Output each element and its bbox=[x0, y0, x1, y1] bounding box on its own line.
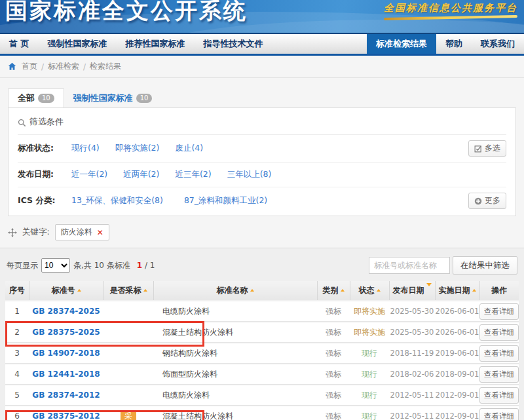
cell-seq: 6 bbox=[5, 406, 29, 420]
page-indicator: 1 / 1 bbox=[137, 261, 155, 270]
filter-in-results-button[interactable]: 在结果中筛选 bbox=[453, 256, 517, 275]
view-detail-button[interactable]: 查看详细 bbox=[479, 387, 519, 404]
tab-mandatory-standards[interactable]: 强制性国家标准 10 bbox=[64, 88, 162, 107]
standard-name: 混凝土结构防火涂料 bbox=[153, 406, 317, 420]
multi-select-button[interactable]: 多选 bbox=[468, 140, 506, 157]
col-header-category[interactable]: 类别 bbox=[317, 281, 350, 301]
breadcrumb-home[interactable]: 首页 bbox=[22, 61, 37, 72]
table-row: 2 GB 28375-2025 混凝土结构防火涂料 强标 即将实施 2025-0… bbox=[5, 322, 519, 343]
main-nav: 首 页 强制性国家标准 推荐性国家标准 指导性技术文件 标准检索结果 帮助 联系… bbox=[0, 33, 524, 56]
implement-date: 2019-06-01 bbox=[435, 343, 479, 364]
publish-date: 2012-05-11 bbox=[389, 406, 435, 420]
publish-date: 2018-02-06 bbox=[389, 364, 435, 385]
keyword-label: 关键字: bbox=[22, 227, 50, 238]
result-search-input[interactable] bbox=[369, 257, 450, 274]
standard-name: 饰面型防火涂料 bbox=[153, 364, 317, 385]
tab-mandatory-count-badge: 10 bbox=[136, 94, 153, 103]
results-section: 每页显示 10 条,共 10 条标准 1 / 1 在结果中筛选 序号 标准号 是… bbox=[0, 248, 524, 420]
platform-logo: 全国标准信息公共服务平台 bbox=[384, 2, 517, 19]
cell-adopted bbox=[103, 364, 153, 385]
view-detail-button[interactable]: 查看详细 bbox=[479, 324, 519, 341]
implement-date: 2012-09-01 bbox=[435, 385, 479, 406]
col-header-status[interactable]: 状态 bbox=[350, 281, 389, 301]
result-count-text: 条,共 10 条标准 bbox=[73, 260, 130, 271]
cell-actions: 查看详细 bbox=[479, 343, 519, 364]
col-header-impl-date[interactable]: 实施日期 bbox=[435, 281, 479, 301]
view-detail-button[interactable]: 查看详细 bbox=[479, 303, 519, 320]
cell-category: 强标 bbox=[317, 364, 350, 385]
view-detail-button[interactable]: 查看详细 bbox=[479, 345, 519, 362]
nav-item-home[interactable]: 首 页 bbox=[0, 34, 39, 54]
multi-select-label: 多选 bbox=[485, 143, 500, 154]
nav-item-recommended-standards[interactable]: 推荐性国家标准 bbox=[117, 34, 195, 54]
view-detail-button[interactable]: 查看详细 bbox=[479, 366, 519, 383]
filter-option-ics-87[interactable]: 87_涂料和颜料工业(2) bbox=[184, 195, 267, 206]
filter-row-status: 标准状态: 现行(4) 即将实施(2) 废止(4) 多选 bbox=[18, 135, 506, 162]
cell-category: 强标 bbox=[317, 406, 350, 420]
filter-row-ics: ICS 分类: 13_环保、保健和安全(8) 87_涂料和颜料工业(2) 更多 bbox=[18, 187, 506, 214]
nav-spacer bbox=[272, 34, 367, 54]
cell-actions: 查看详细 bbox=[479, 301, 519, 322]
filter-label-publish-date: 发布日期: bbox=[18, 169, 71, 180]
more-label: 更多 bbox=[485, 195, 500, 206]
col-header-pub-date[interactable]: 发布日期 bbox=[389, 281, 435, 301]
cell-actions: 查看详细 bbox=[479, 406, 519, 420]
filter-option-last-year[interactable]: 近一年(2) bbox=[71, 169, 107, 180]
header-banner: 国家标准全文公开系统 全国标准信息公共服务平台 bbox=[0, 0, 524, 33]
nav-item-search-results[interactable]: 标准检索结果 bbox=[367, 34, 436, 54]
standard-name: 电缆防火涂料 bbox=[153, 301, 317, 322]
nav-item-guiding-documents[interactable]: 指导性技术文件 bbox=[195, 34, 272, 54]
breadcrumb: 首页 / 标准检索 / 检索结果 bbox=[0, 56, 524, 78]
implement-date: 2018-09-01 bbox=[435, 364, 479, 385]
cell-adopted bbox=[103, 343, 153, 364]
sort-asc-icon bbox=[143, 287, 147, 292]
platform-name: 全国标准信息公共服务平台 bbox=[384, 2, 517, 14]
nav-item-contact-us[interactable]: 联系我们 bbox=[472, 34, 524, 54]
filter-option-abolished[interactable]: 废止(4) bbox=[175, 143, 203, 154]
tab-all[interactable]: 全部 10 bbox=[8, 88, 64, 107]
col-header-seq: 序号 bbox=[5, 281, 29, 301]
standard-code-link[interactable]: GB 12441-2018 bbox=[29, 364, 103, 385]
standard-code-link[interactable]: GB 28374-2012 bbox=[29, 385, 103, 406]
filter-option-last-2-years[interactable]: 近两年(2) bbox=[123, 169, 159, 180]
plus-circle-icon bbox=[474, 197, 482, 206]
view-detail-button[interactable]: 查看详细 bbox=[479, 408, 519, 420]
breadcrumb-standard-search[interactable]: 标准检索 bbox=[48, 61, 79, 72]
implement-date: 2012-09-01 bbox=[435, 406, 479, 420]
keyword-remove-icon[interactable]: ✕ bbox=[97, 228, 103, 237]
col-header-actions: 操作 bbox=[479, 281, 519, 301]
nav-item-help[interactable]: 帮助 bbox=[436, 34, 472, 54]
sort-desc-active-icon bbox=[426, 286, 432, 296]
standard-code-link[interactable]: GB 28375-2025 bbox=[29, 322, 103, 343]
cell-seq: 5 bbox=[5, 385, 29, 406]
filter-option-upcoming[interactable]: 即将实施(2) bbox=[115, 143, 160, 154]
cell-category: 强标 bbox=[317, 343, 350, 364]
more-button[interactable]: 更多 bbox=[468, 193, 506, 209]
adopted-badge: 采 bbox=[121, 410, 136, 420]
platform-underline-decoration bbox=[384, 15, 517, 20]
cell-adopted bbox=[103, 322, 153, 343]
col-header-adopted[interactable]: 是否采标 bbox=[103, 281, 153, 301]
filter-option-active[interactable]: 现行(4) bbox=[71, 143, 100, 154]
filter-label-ics: ICS 分类: bbox=[18, 195, 71, 206]
keyword-row: 关键字: 防火涂料 ✕ bbox=[8, 224, 516, 240]
per-page-select[interactable]: 10 bbox=[41, 258, 70, 273]
page-separator: / bbox=[145, 261, 147, 270]
nav-item-mandatory-standards[interactable]: 强制性国家标准 bbox=[39, 34, 117, 54]
col-header-code[interactable]: 标准号 bbox=[29, 281, 103, 301]
breadcrumb-search-results: 检索结果 bbox=[90, 61, 121, 72]
filter-option-last-3-years[interactable]: 近三年(2) bbox=[175, 169, 211, 180]
table-row: 3 GB 14907-2018 钢结构防火涂料 强标 现行 2018-11-19… bbox=[5, 343, 519, 364]
publish-date: 2012-05-11 bbox=[389, 385, 435, 406]
cell-actions: 查看详细 bbox=[479, 364, 519, 385]
status-text: 现行 bbox=[350, 406, 389, 420]
standard-code-link[interactable]: GB 14907-2018 bbox=[29, 343, 103, 364]
filter-option-over-3-years[interactable]: 三年以上(8) bbox=[227, 169, 272, 180]
keyword-tag-text: 防火涂料 bbox=[61, 227, 92, 238]
filter-option-ics-13[interactable]: 13_环保、保健和安全(8) bbox=[71, 195, 163, 206]
standard-code-link[interactable]: GB 28374-2025 bbox=[29, 301, 103, 322]
col-header-name[interactable]: 标准名称 bbox=[153, 281, 317, 301]
standard-code-link[interactable]: GB 28375-2012 bbox=[29, 406, 103, 420]
cell-category: 强标 bbox=[317, 301, 350, 322]
filter-title-row: 筛选条件 bbox=[18, 108, 506, 135]
